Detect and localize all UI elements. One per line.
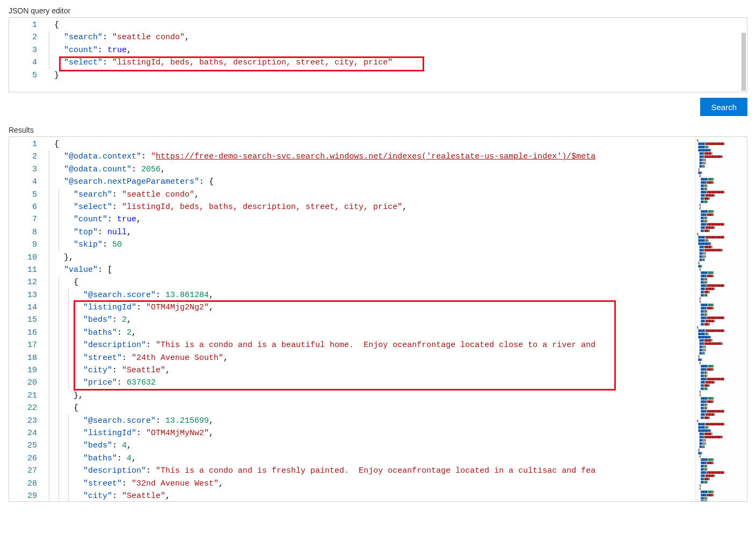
code-line: { (47, 276, 695, 288)
line-number: 16 (9, 327, 37, 339)
json-editor-label: JSON query editor (9, 6, 747, 15)
code-line: "@odata.context": "https://free-demo-sea… (47, 150, 695, 163)
json-query-editor[interactable]: 12345 { "search": "seattle condo", "coun… (9, 17, 747, 92)
code-line: "search": "seattle condo", (47, 31, 747, 44)
line-number: 15 (9, 314, 37, 326)
line-number: 29 (9, 490, 37, 501)
code-line: "top": null, (47, 226, 695, 239)
code-line: "listingId": "OTM4Mjg2Ng2", (47, 301, 695, 314)
code-line: "@search.nextPageParameters": { (47, 176, 695, 188)
editor-code-area[interactable]: { "search": "seattle condo", "count": tr… (47, 18, 747, 82)
code-line: "beds": 2, (47, 314, 695, 326)
line-number: 11 (9, 264, 37, 276)
code-line: "city": "Seattle", (47, 490, 695, 501)
line-number: 18 (9, 352, 37, 364)
line-number: 4 (9, 56, 37, 69)
line-number: 26 (9, 452, 37, 465)
line-number: 3 (9, 44, 37, 56)
code-line: { (47, 138, 695, 150)
code-line: "skip": 50 (47, 239, 695, 251)
line-number: 23 (9, 415, 37, 427)
line-number: 6 (9, 201, 37, 213)
editor-gutter: 12345 (9, 18, 47, 82)
code-line: { (47, 402, 695, 414)
code-line: "city": "Seattle", (47, 364, 695, 377)
line-number: 5 (9, 189, 37, 201)
line-number: 20 (9, 377, 37, 389)
line-number: 17 (9, 339, 37, 351)
code-line: "price": 637632 (47, 377, 695, 389)
line-number: 25 (9, 439, 37, 452)
code-line: { (47, 19, 747, 31)
line-number: 5 (9, 69, 37, 82)
results-gutter: 1234567891011121314151617181920212223242… (9, 137, 47, 501)
code-line: "description": "This is a condo and is a… (47, 339, 695, 351)
line-number: 2 (9, 31, 37, 44)
line-number: 28 (9, 478, 37, 490)
line-number: 13 (9, 289, 37, 301)
line-number: 14 (9, 301, 37, 314)
line-number: 12 (9, 276, 37, 288)
code-line: "street": "24th Avenue South", (47, 352, 695, 364)
line-number: 9 (9, 239, 37, 251)
code-line: "@odata.count": 2056, (47, 163, 695, 176)
line-number: 1 (9, 19, 37, 31)
line-number: 22 (9, 402, 37, 414)
code-line: "baths": 2, (47, 327, 695, 339)
code-line: "@search.score": 13.861284, (47, 289, 695, 301)
line-number: 7 (9, 213, 37, 226)
code-line: "value": [ (47, 264, 695, 276)
code-line: "listingId": "OTM4MjMyNw2", (47, 427, 695, 439)
code-line: }, (47, 251, 695, 264)
code-line: "description": "This is a condo and is f… (47, 465, 695, 477)
code-line: "count": true, (47, 213, 695, 226)
code-line: } (47, 69, 747, 82)
code-line: "baths": 4, (47, 452, 695, 465)
line-number: 19 (9, 364, 37, 377)
code-line: "search": "seattle condo", (47, 189, 695, 201)
line-number: 24 (9, 427, 37, 439)
code-line: "beds": 4, (47, 439, 695, 452)
line-number: 3 (9, 163, 37, 176)
code-line: "select": "listingId, beds, baths, descr… (47, 56, 747, 69)
code-line: }, (47, 389, 695, 402)
results-viewer[interactable]: 1234567891011121314151617181920212223242… (9, 136, 747, 502)
line-number: 27 (9, 465, 37, 477)
results-label: Results (9, 126, 747, 134)
code-line: "@search.score": 13.215699, (47, 415, 695, 427)
overview-ruler[interactable]: █ ████████████████████ ████████ ████████… (695, 137, 747, 501)
line-number: 10 (9, 251, 37, 264)
code-line: "street": "32nd Avenue West", (47, 478, 695, 490)
results-code-area[interactable]: { "@odata.context": "https://free-demo-s… (47, 137, 695, 501)
line-number: 1 (9, 138, 37, 150)
editor-scrollbar[interactable] (742, 33, 746, 91)
search-button[interactable]: Search (700, 98, 747, 116)
line-number: 2 (9, 150, 37, 163)
code-line: "count": true, (47, 44, 747, 56)
code-line: "select": "listingId, beds, baths, descr… (47, 201, 695, 213)
line-number: 4 (9, 176, 37, 188)
line-number: 21 (9, 389, 37, 402)
line-number: 8 (9, 226, 37, 239)
